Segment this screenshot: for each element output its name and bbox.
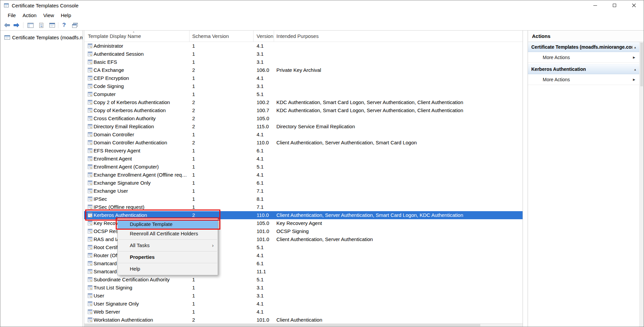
collapse-chevron-icon[interactable]: ▴ — [632, 45, 636, 49]
menu-item-view[interactable]: View — [40, 10, 57, 20]
maximize-button[interactable] — [605, 0, 624, 10]
certificate-template-icon — [88, 261, 93, 266]
help-button[interactable]: ? — [59, 21, 69, 30]
actions-scrollbar-thumb[interactable] — [640, 43, 643, 86]
list-row-copy-of-kerberos-authentication[interactable]: Copy of Kerberos Authentication 2 100.7 … — [84, 106, 523, 114]
list-row-exchange-signature-only[interactable]: Exchange Signature Only 1 6.1 — [84, 179, 523, 187]
menu-item-help[interactable]: Help — [57, 10, 74, 20]
certificate-templates-console-window: Certificate Templates Console File Actio… — [0, 0, 644, 327]
close-button[interactable] — [624, 0, 644, 10]
cell-version: 100.2 — [257, 98, 269, 106]
context-menu-item-help[interactable]: Help — [118, 264, 218, 274]
list-row-subordinate-certification-authority[interactable]: Subordinate Certification Authority 1 5.… — [84, 276, 523, 284]
certificate-template-icon — [88, 67, 93, 73]
list-row-administrator[interactable]: Administrator 1 4.1 — [84, 42, 523, 50]
list-row-directory-email-replication[interactable]: Directory Email Replication 2 115.0 Dire… — [84, 123, 523, 131]
export-list-button[interactable] — [37, 21, 46, 30]
show-hide-console-tree-button[interactable] — [26, 21, 35, 30]
cell-schema-version: 1 — [192, 42, 195, 50]
back-button[interactable] — [2, 21, 12, 30]
list-row-exchange-enrollment-agent-offline-request[interactable]: Exchange Enrollment Agent (Offline reque… — [84, 171, 523, 179]
list-row-ca-exchange[interactable]: CA Exchange 2 106.0 Private Key Archival — [84, 66, 523, 74]
actions-section-header[interactable]: Kerberos Authentication ▴ — [528, 64, 639, 74]
properties-icon — [49, 23, 55, 28]
cell-schema-version: 1 — [192, 131, 195, 139]
list-row-copy-2-of-kerberos-authentication[interactable]: Copy 2 of Kerberos Authentication 2 100.… — [84, 98, 523, 106]
new-window-button[interactable] — [70, 21, 79, 30]
cell-template-display-name: Administrator — [94, 42, 189, 50]
context-menu-item-reenroll-all-certificate-holders[interactable]: Reenroll All Certificate Holders — [118, 229, 218, 238]
list-row-cross-certification-authority[interactable]: Cross Certification Authority 2 105.0 — [84, 114, 523, 123]
actions-sections: Certificate Templates (moadfs.miniorange… — [528, 42, 639, 327]
forward-button[interactable] — [12, 21, 21, 30]
list-row-ipsec[interactable]: IPSec 1 8.1 — [84, 195, 523, 203]
list-row-user[interactable]: User 1 3.1 — [84, 292, 523, 300]
list-row-web-server[interactable]: Web Server 1 4.1 — [84, 308, 523, 316]
cell-template-display-name: Cross Certification Authority — [94, 114, 189, 123]
more-actions-certificate-templates-moadfs-miniorange-com[interactable]: More Actions ▶ — [528, 52, 639, 63]
template-list-body: Administrator 1 4.1 Authenticated Sessio… — [84, 42, 523, 323]
list-row-code-signing[interactable]: Code Signing 1 3.1 — [84, 82, 523, 90]
collapse-chevron-icon[interactable]: ▴ — [632, 67, 636, 71]
column-header-schema-version[interactable]: Schema Version — [190, 31, 254, 42]
context-menu-item-properties[interactable]: Properties — [118, 252, 218, 262]
list-row-ipsec-offline-request[interactable]: IPSec (Offline request) 1 7.1 — [84, 203, 523, 211]
list-row-computer[interactable]: Computer 1 5.1 — [84, 90, 523, 98]
more-actions-arrow-icon: ▶ — [633, 56, 635, 59]
menu-bar: File Action View Help — [0, 10, 644, 20]
menu-separator — [118, 239, 217, 240]
column-header-template-display-name[interactable]: Template Display Name — [84, 31, 190, 42]
cell-schema-version: 1 — [192, 308, 195, 316]
menu-item-file[interactable]: File — [4, 10, 19, 20]
cell-schema-version: 1 — [192, 203, 195, 211]
cell-template-display-name: CA Exchange — [94, 66, 189, 74]
properties-button[interactable] — [47, 21, 57, 30]
list-row-cep-encryption[interactable]: CEP Encryption 1 4.1 — [84, 74, 523, 82]
list-row-authenticated-session[interactable]: Authenticated Session 1 3.1 — [84, 50, 523, 58]
forward-icon — [13, 23, 20, 28]
cell-template-display-name: EFS Recovery Agent — [94, 147, 189, 155]
list-row-enrollment-agent-computer[interactable]: Enrollment Agent (Computer) 1 5.1 — [84, 163, 523, 171]
certificate-template-icon — [88, 156, 93, 161]
column-header-version[interactable]: Version — [254, 31, 274, 42]
minimize-button[interactable] — [585, 0, 605, 10]
menu-item-action[interactable]: Action — [19, 10, 40, 20]
menu-item-label: View — [43, 12, 54, 18]
list-row-efs-recovery-agent[interactable]: EFS Recovery Agent 1 6.1 — [84, 147, 523, 155]
certificate-template-icon — [88, 164, 93, 169]
cell-version: 4.1 — [257, 300, 264, 308]
tree-item-certificate-templates[interactable]: Certificate Templates (moadfs.miniorange… — [0, 33, 83, 41]
cell-template-display-name: Domain Controller Authentication — [94, 139, 189, 147]
list-row-domain-controller[interactable]: Domain Controller 1 4.1 — [84, 131, 523, 139]
toolbar: ? — [0, 20, 644, 31]
list-row-domain-controller-authentication[interactable]: Domain Controller Authentication 2 110.0… — [84, 139, 523, 147]
show-hide-console-tree-icon — [28, 23, 34, 28]
cell-schema-version: 1 — [192, 179, 195, 187]
list-row-workstation-authentication[interactable]: Workstation Authentication 2 101.0 Clien… — [84, 316, 523, 323]
certificate-template-icon — [88, 108, 93, 113]
list-row-user-signature-only[interactable]: User Signature Only 1 4.1 — [84, 300, 523, 308]
list-row-enrollment-agent[interactable]: Enrollment Agent 1 4.1 — [84, 155, 523, 163]
certificate-template-icon — [88, 229, 93, 234]
column-header-intended-purposes[interactable]: Intended Purposes — [274, 31, 489, 42]
horizontal-scrollbar[interactable] — [84, 323, 523, 327]
context-menu-item-duplicate-template[interactable]: Duplicate Template — [118, 220, 218, 229]
cell-schema-version: 2 — [192, 123, 195, 131]
list-header: ▴ Template Display Name Schema Version V… — [84, 31, 523, 42]
horizontal-scrollbar-thumb[interactable] — [85, 324, 480, 326]
cell-version: 3.1 — [257, 292, 264, 300]
actions-scrollbar[interactable] — [639, 42, 644, 327]
list-row-trust-list-signing[interactable]: Trust List Signing 1 3.1 — [84, 284, 523, 292]
certificate-template-icon — [88, 213, 93, 218]
more-actions-kerberos-authentication[interactable]: More Actions ▶ — [528, 74, 639, 85]
submenu-arrow-icon: › — [212, 241, 214, 250]
context-menu-item-all-tasks[interactable]: All Tasks › — [118, 241, 218, 250]
list-row-exchange-user[interactable]: Exchange User 1 7.1 — [84, 187, 523, 195]
cell-version: 7.1 — [257, 203, 264, 211]
title-bar[interactable]: Certificate Templates Console — [0, 0, 644, 10]
list-row-basic-efs[interactable]: Basic EFS 1 3.1 — [84, 58, 523, 66]
certificate-template-icon — [88, 76, 93, 81]
cell-schema-version: 2 — [192, 106, 195, 114]
actions-section-header[interactable]: Certificate Templates (moadfs.miniorange… — [528, 42, 639, 52]
window-controls — [585, 0, 644, 10]
